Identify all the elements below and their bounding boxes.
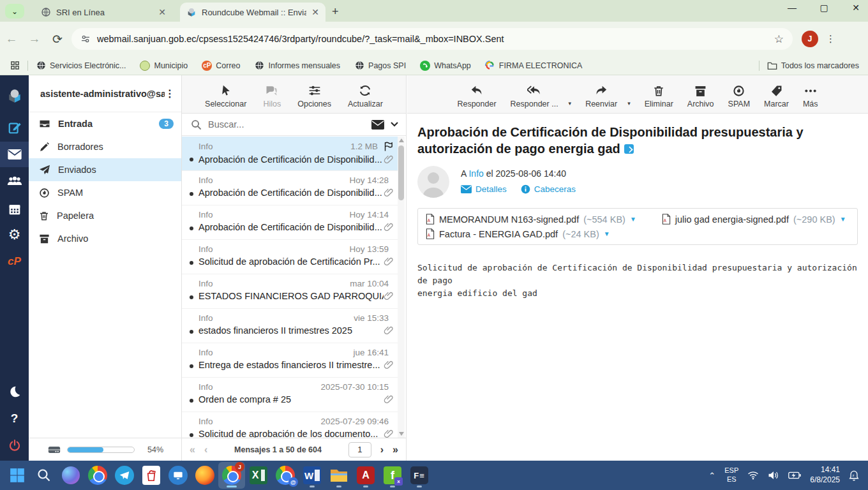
profile-avatar[interactable]: J: [802, 31, 818, 47]
reload-icon[interactable]: ⟳: [46, 32, 69, 47]
threads-button[interactable]: Hilos: [263, 84, 281, 108]
dark-mode-moon-icon[interactable]: [0, 379, 29, 405]
archive-button[interactable]: Archivo: [687, 85, 714, 108]
contacts-button[interactable]: [0, 168, 29, 194]
taskbar-word-button[interactable]: W: [299, 462, 326, 489]
folder-inbox[interactable]: Entrada 3: [29, 112, 181, 135]
apps-grid-icon[interactable]: [10, 61, 20, 70]
last-page-icon[interactable]: »: [393, 444, 398, 456]
message-row[interactable]: Info2025-07-30 10:15 Orden de compra # 2…: [182, 378, 399, 412]
reply-all-button[interactable]: Responder ...: [511, 85, 558, 108]
start-button[interactable]: [4, 462, 31, 489]
taskbar-acrobat-button[interactable]: A: [352, 462, 379, 489]
close-tab-icon[interactable]: ✕: [158, 7, 166, 17]
bookmark-informes[interactable]: Informes mensuales: [255, 61, 341, 71]
taskbar-chrome-alt-button[interactable]: @: [272, 462, 299, 489]
account-header[interactable]: asistente-administrativo@sa... ⋮: [29, 75, 181, 112]
account-menu-icon[interactable]: ⋮: [165, 87, 175, 100]
spam-button[interactable]: SPAM: [728, 85, 751, 108]
bookmark-municipio[interactable]: Municipio: [140, 61, 188, 71]
calendar-button[interactable]: [0, 197, 29, 222]
message-row[interactable]: Info2025-07-29 09:46 Solicitud de aproba…: [182, 412, 399, 438]
taskbar-remote-app-button[interactable]: [165, 462, 191, 489]
scroll-up-icon[interactable]: [399, 138, 404, 142]
taskbar-firefox-button[interactable]: [191, 462, 218, 489]
next-page-icon[interactable]: ›: [380, 444, 384, 456]
attachment-item[interactable]: A julio gad energia-signed.pdf (~290 KB)…: [662, 214, 846, 225]
tray-expand-icon[interactable]: ⌃: [708, 471, 715, 480]
notification-bell-icon[interactable]: z: [849, 470, 859, 481]
cpanel-button[interactable]: cP: [0, 249, 29, 274]
taskbar-telegram-button[interactable]: [111, 462, 138, 489]
taskbar-explorer-button[interactable]: [326, 462, 352, 489]
attachment-menu-icon[interactable]: ▼: [840, 216, 846, 223]
taskbar-recycle-app-button[interactable]: [138, 462, 165, 489]
scroll-down-icon[interactable]: [399, 432, 404, 436]
taskbar-excel-button[interactable]: X: [245, 462, 272, 489]
more-button[interactable]: Más: [803, 85, 818, 108]
bookmark-correo[interactable]: cPCorreo: [202, 61, 240, 71]
taskbar-copilot-button[interactable]: [57, 462, 84, 489]
refresh-button[interactable]: Actualizar: [348, 84, 383, 108]
prev-page-icon[interactable]: ‹: [204, 444, 207, 456]
bookmark-pagos[interactable]: Pagos SPI: [354, 61, 406, 71]
bookmark-firma[interactable]: FIRMA ELECTRONICA: [485, 61, 583, 71]
search-input[interactable]: [208, 119, 365, 130]
folder-spam[interactable]: SPAM: [29, 181, 181, 204]
attachment-menu-icon[interactable]: ▼: [630, 216, 636, 223]
browser-menu-icon[interactable]: ⋮: [826, 33, 836, 45]
language-indicator[interactable]: ESP ES: [724, 466, 738, 484]
message-row[interactable]: Infojue 16:41 Entrega de estados financi…: [182, 343, 399, 378]
scope-envelope-icon[interactable]: [371, 120, 384, 130]
message-row[interactable]: InfoHoy 13:59 Solicitud de aprobación de…: [182, 240, 399, 274]
folder-sent[interactable]: Enviados: [29, 158, 181, 181]
reply-button[interactable]: Responder: [457, 85, 496, 108]
mail-module-button[interactable]: [0, 142, 29, 167]
attachment-item[interactable]: A MEMORANDUM N163-signed.pdf (~554 KB) ▼: [426, 214, 636, 225]
taskbar-chrome-profile-button[interactable]: J: [218, 462, 245, 489]
back-icon[interactable]: ←: [0, 32, 23, 46]
settings-gear-icon[interactable]: ⚙: [0, 222, 29, 248]
clock[interactable]: 14:41 6/8/2025: [810, 465, 840, 485]
folder-drafts[interactable]: Borradores: [29, 135, 181, 158]
window-maximize-button[interactable]: ▢: [814, 3, 834, 13]
volume-icon[interactable]: [768, 471, 779, 480]
taskbar-finance-app-button[interactable]: f x: [379, 462, 406, 489]
message-row[interactable]: Info1.2 MB Aprobación de Certificación d…: [182, 137, 399, 171]
logout-power-icon[interactable]: [0, 433, 29, 458]
bookmark-whatsapp[interactable]: WhatsApp: [420, 61, 471, 71]
page-number-input[interactable]: 1: [348, 442, 371, 457]
bookmark-servicios[interactable]: Servicios Electrónic...: [36, 61, 126, 71]
battery-icon[interactable]: [788, 471, 801, 479]
help-icon[interactable]: ?: [0, 406, 29, 431]
new-tab-button[interactable]: +: [332, 5, 339, 19]
message-row[interactable]: InfoHoy 14:14 Aprobación de Certificació…: [182, 205, 399, 240]
folder-trash[interactable]: Papelera: [29, 204, 181, 227]
message-row[interactable]: Infomar 10:04 ESTADOS FINANCIEROS GAD PA…: [182, 274, 399, 309]
message-row[interactable]: InfoHoy 14:28 Aprobación de Certificació…: [182, 171, 399, 205]
first-page-icon[interactable]: «: [190, 444, 195, 456]
details-link[interactable]: Detalles: [475, 184, 507, 194]
tab-search-button[interactable]: ⌄: [5, 4, 24, 19]
headers-link[interactable]: Cabeceras: [534, 184, 576, 194]
close-tab-icon[interactable]: ✕: [311, 7, 319, 17]
select-button[interactable]: Seleccionar: [205, 84, 246, 108]
list-scrollbar[interactable]: [398, 137, 405, 438]
all-bookmarks-button[interactable]: Todos los marcadores: [767, 61, 859, 70]
bookmark-star-icon[interactable]: ☆: [774, 33, 784, 46]
options-button[interactable]: Opciones: [297, 84, 331, 108]
forward-button[interactable]: Reenviar: [585, 85, 617, 108]
folder-archive[interactable]: Archivo: [29, 227, 181, 250]
open-in-new-window-icon[interactable]: [624, 144, 634, 154]
window-close-button[interactable]: ✕: [846, 3, 865, 13]
taskbar-feo-app-button[interactable]: F≡: [406, 462, 433, 489]
search-options-chevron-icon[interactable]: [391, 122, 398, 127]
site-info-icon[interactable]: [80, 34, 91, 44]
scrollbar-thumb[interactable]: [398, 145, 404, 200]
window-minimize-button[interactable]: —: [782, 3, 802, 13]
delete-button[interactable]: Eliminar: [645, 85, 673, 108]
attachment-menu-icon[interactable]: ▼: [604, 230, 610, 237]
message-row[interactable]: Infovie 15:33 estados financieros II tri…: [182, 309, 399, 343]
tab-sri[interactable]: SRI en Línea ✕: [34, 3, 172, 22]
reply-all-menu-icon[interactable]: ▾: [569, 100, 572, 107]
